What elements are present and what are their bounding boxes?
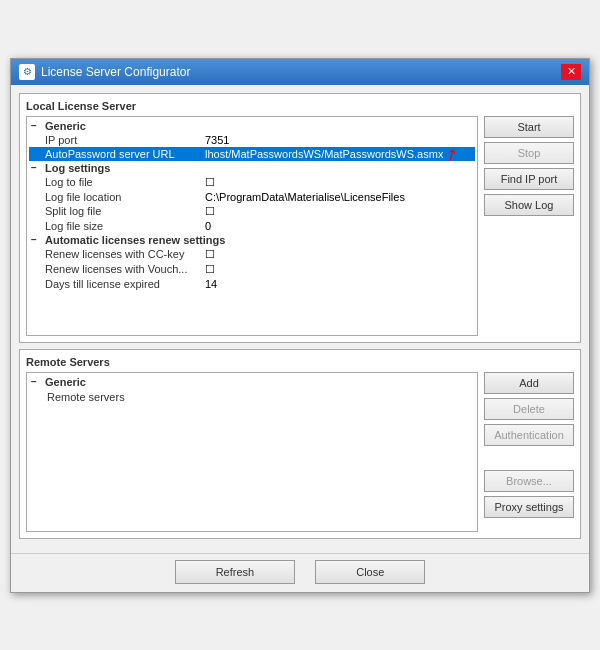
local-section-title: Local License Server xyxy=(26,100,574,112)
app-icon: ⚙ xyxy=(19,64,35,80)
start-button[interactable]: Start xyxy=(484,116,574,138)
browse-button[interactable]: Browse... xyxy=(484,470,574,492)
log-to-file-key: Log to file xyxy=(45,176,205,188)
log-file-location-key: Log file location xyxy=(45,191,205,203)
autopassword-value: lhost/MatPasswordsWS/MatPasswordsWS.asmx xyxy=(205,148,473,160)
proxy-settings-button[interactable]: Proxy settings xyxy=(484,496,574,518)
renew-vouch-row[interactable]: Renew licenses with Vouch... ☐ xyxy=(29,262,475,277)
close-button[interactable]: ✕ xyxy=(561,64,581,80)
renew-cc-value: ☐ xyxy=(205,248,473,261)
days-expired-key: Days till license expired xyxy=(45,278,205,290)
renew-vouch-value: ☐ xyxy=(205,263,473,276)
remote-generic-expand-icon: − xyxy=(31,376,43,387)
footer: Refresh Close xyxy=(11,553,589,592)
renew-cc-key: Renew licenses with CC-key xyxy=(45,248,205,260)
log-settings-header[interactable]: − Log settings xyxy=(29,161,475,175)
log-file-size-value: 0 xyxy=(205,220,473,232)
window-body: Local License Server − Generic IP port 7… xyxy=(11,85,589,553)
auto-renew-header[interactable]: − Automatic licenses renew settings xyxy=(29,233,475,247)
log-expand-icon: − xyxy=(31,162,43,173)
split-log-row[interactable]: Split log file ☐ xyxy=(29,204,475,219)
window-title: License Server Configurator xyxy=(41,65,190,79)
log-to-file-value: ☐ xyxy=(205,176,473,189)
main-window: ⚙ License Server Configurator ✕ Local Li… xyxy=(10,58,590,593)
close-footer-button[interactable]: Close xyxy=(315,560,425,584)
log-file-size-row[interactable]: Log file size 0 xyxy=(29,219,475,233)
remote-servers-row[interactable]: Remote servers xyxy=(29,389,475,405)
local-tree-area[interactable]: − Generic IP port 7351 AutoPassword serv… xyxy=(26,116,478,336)
remote-inner-panel: − Generic Remote servers Add Delete Auth… xyxy=(26,372,574,532)
remote-btn-panel: Add Delete Authentication Browse... Prox… xyxy=(484,372,574,532)
auto-renew-expand-icon: − xyxy=(31,234,43,245)
remote-servers-key: Remote servers xyxy=(47,391,125,403)
local-btn-panel: Start Stop Find IP port Show Log xyxy=(484,116,574,336)
stop-button[interactable]: Stop xyxy=(484,142,574,164)
find-ip-port-button[interactable]: Find IP port xyxy=(484,168,574,190)
authentication-button[interactable]: Authentication xyxy=(484,424,574,446)
titlebar: ⚙ License Server Configurator ✕ xyxy=(11,59,589,85)
generic-expand-icon: − xyxy=(31,120,43,131)
remote-tree-area[interactable]: − Generic Remote servers xyxy=(26,372,478,532)
generic-label: Generic xyxy=(45,120,205,132)
delete-button[interactable]: Delete xyxy=(484,398,574,420)
local-section: Local License Server − Generic IP port 7… xyxy=(19,93,581,343)
local-inner-panel: − Generic IP port 7351 AutoPassword serv… xyxy=(26,116,574,336)
add-button[interactable]: Add xyxy=(484,372,574,394)
remote-generic-header[interactable]: − Generic xyxy=(29,375,475,389)
log-file-location-value: C:\ProgramData\Materialise\LicenseFiles xyxy=(205,191,473,203)
show-log-button[interactable]: Show Log xyxy=(484,194,574,216)
generic-group-header[interactable]: − Generic xyxy=(29,119,475,133)
remote-generic-label: Generic xyxy=(45,376,205,388)
ip-port-key: IP port xyxy=(45,134,205,146)
log-file-size-key: Log file size xyxy=(45,220,205,232)
split-log-key: Split log file xyxy=(45,205,205,217)
log-to-file-row[interactable]: Log to file ☐ xyxy=(29,175,475,190)
renew-vouch-key: Renew licenses with Vouch... xyxy=(45,263,205,275)
ip-port-value: 7351 xyxy=(205,134,473,146)
days-expired-row[interactable]: Days till license expired 14 xyxy=(29,277,475,291)
autopassword-row[interactable]: AutoPassword server URL lhost/MatPasswor… xyxy=(29,147,475,161)
log-settings-label: Log settings xyxy=(45,162,205,174)
renew-cc-row[interactable]: Renew licenses with CC-key ☐ xyxy=(29,247,475,262)
split-log-value: ☐ xyxy=(205,205,473,218)
log-file-location-row[interactable]: Log file location C:\ProgramData\Materia… xyxy=(29,190,475,204)
ip-port-row[interactable]: IP port 7351 xyxy=(29,133,475,147)
remote-section: Remote Servers − Generic Remote servers … xyxy=(19,349,581,539)
refresh-button[interactable]: Refresh xyxy=(175,560,296,584)
days-expired-value: 14 xyxy=(205,278,473,290)
auto-renew-label: Automatic licenses renew settings xyxy=(45,234,225,246)
remote-section-title: Remote Servers xyxy=(26,356,574,368)
autopassword-key: AutoPassword server URL xyxy=(45,148,205,160)
